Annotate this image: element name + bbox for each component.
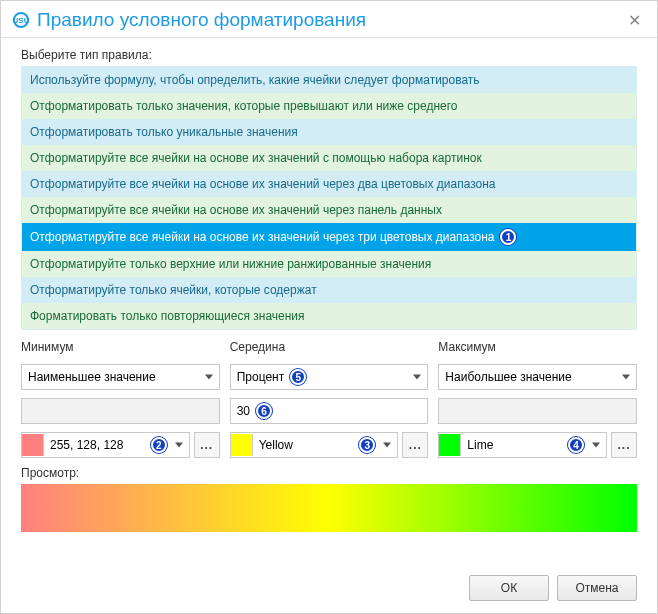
max-color-more-button[interactable]: ... [611,432,637,458]
mid-value-input[interactable]: 30 6 [230,398,429,424]
mid-label: Середина [230,340,429,354]
min-color-name: 255, 128, 128 [50,438,123,452]
rule-item[interactable]: Отформатируйте только ячейки, которые со… [22,277,636,303]
columns-header: Минимум Середина Максимум [21,340,637,356]
max-type-value: Наибольшее значение [445,370,571,384]
max-color-name: Lime [467,438,493,452]
titlebar: USU Правило условного форматирования ✕ [1,1,657,38]
rule-item[interactable]: Отформатировать только уникальные значен… [22,119,636,145]
callout-marker-6: 6 [256,403,272,419]
max-type-dropdown[interactable]: Наибольшее значение [438,364,637,390]
rule-item[interactable]: Используйте формулу, чтобы определить, к… [22,67,636,93]
rule-item[interactable]: Отформатируйте только верхние или нижние… [22,251,636,277]
mid-color-swatch [231,434,253,456]
dialog-content: Выберите тип правила: Используйте формул… [1,38,657,556]
mid-color-dropdown[interactable]: Yellow 3 [230,432,399,458]
mid-type-value: Процент [237,370,285,384]
chevron-down-icon [383,443,391,448]
max-value-input[interactable] [438,398,637,424]
chevron-down-icon [622,375,630,380]
rule-item[interactable]: Отформатировать только значения, которые… [22,93,636,119]
type-row: Наименьшее значение Процент 5 Наибольшее… [21,364,637,390]
close-icon[interactable]: ✕ [624,11,645,30]
min-color-swatch [22,434,44,456]
mid-color-name: Yellow [259,438,293,452]
chevron-down-icon [592,443,600,448]
callout-marker-4: 4 [568,437,584,453]
callout-marker-2: 2 [151,437,167,453]
max-color-dropdown[interactable]: Lime 4 [438,432,607,458]
mid-type-dropdown[interactable]: Процент 5 [230,364,429,390]
max-color-swatch [439,434,461,456]
callout-marker-1: 1 [500,229,516,245]
app-logo-icon: USU [13,12,29,28]
color-row-group: 255, 128, 128 2 ... Yellow 3 ... [21,432,637,458]
rule-item-selected[interactable]: Отформатируйте все ячейки на основе их з… [22,223,636,251]
rule-item[interactable]: Отформатируйте все ячейки на основе их з… [22,197,636,223]
max-label: Максимум [438,340,637,354]
preview-label: Просмотр: [21,466,637,480]
min-color-more-button[interactable]: ... [194,432,220,458]
rule-item[interactable]: Отформатируйте все ячейки на основе их з… [22,171,636,197]
choose-rule-label: Выберите тип правила: [21,48,637,62]
rule-item[interactable]: Отформатируйте все ячейки на основе их з… [22,145,636,171]
chevron-down-icon [413,375,421,380]
mid-value-text: 30 [237,404,250,418]
value-row: 30 6 [21,398,637,424]
ok-button[interactable]: ОК [469,575,549,601]
callout-marker-3: 3 [359,437,375,453]
min-type-value: Наименьшее значение [28,370,156,384]
min-color-dropdown[interactable]: 255, 128, 128 2 [21,432,190,458]
dialog-footer: ОК Отмена [469,575,637,601]
rule-type-list: Используйте формулу, чтобы определить, к… [21,66,637,330]
callout-marker-5: 5 [290,369,306,385]
mid-color-more-button[interactable]: ... [402,432,428,458]
chevron-down-icon [175,443,183,448]
gradient-preview [21,484,637,532]
chevron-down-icon [205,375,213,380]
min-label: Минимум [21,340,220,354]
window-title: Правило условного форматирования [37,9,624,31]
cancel-button[interactable]: Отмена [557,575,637,601]
rule-item[interactable]: Форматировать только повторяющиеся значе… [22,303,636,329]
min-type-dropdown[interactable]: Наименьшее значение [21,364,220,390]
min-value-input[interactable] [21,398,220,424]
